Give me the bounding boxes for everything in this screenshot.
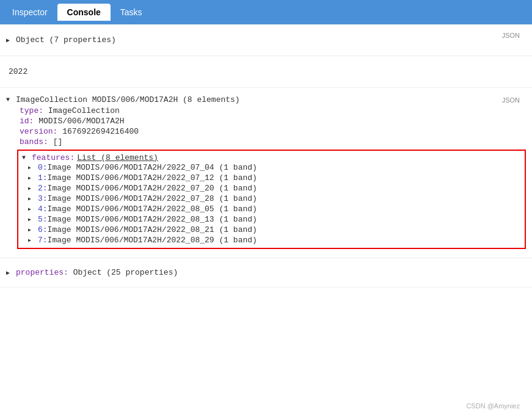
- feature-item-0: 0: Image MODIS/006/MOD17A2H/2022_07_04 (…: [22, 162, 521, 173]
- tab-tasks[interactable]: Tasks: [111, 4, 152, 21]
- object-row: Object (7 properties): [0, 31, 532, 49]
- expand-item-0-icon[interactable]: [28, 165, 35, 170]
- prop-id-val: MODIS/006/MOD17A2H: [38, 117, 124, 126]
- feature-item-6: 6: Image MODIS/006/MOD17A2H/2022_08_21 (…: [22, 225, 521, 235]
- feature-val-7: Image MODIS/006/MOD17A2H/2022_08_29 (1 b…: [48, 236, 257, 245]
- expand-item-5-icon[interactable]: [28, 217, 35, 222]
- feature-item-3: 3: Image MODIS/006/MOD17A2H/2022_07_28 (…: [22, 193, 521, 204]
- feature-item-2: 2: Image MODIS/006/MOD17A2H/2022_07_20 (…: [22, 183, 521, 193]
- props-key-label: properties:: [16, 268, 68, 277]
- feature-index-6[interactable]: 6:: [38, 225, 48, 234]
- feature-val-4: Image MODIS/006/MOD17A2H/2022_08_05 (1 b…: [48, 204, 257, 214]
- section-year: 2022: [0, 56, 532, 88]
- prop-bands: bands: []: [20, 137, 532, 147]
- prop-bands-val: []: [53, 137, 63, 146]
- expand-item-4-icon[interactable]: [28, 206, 35, 212]
- feature-val-5: Image MODIS/006/MOD17A2H/2022_08_13 (1 b…: [48, 215, 257, 224]
- feature-val-2: Image MODIS/006/MOD17A2H/2022_07_20 (1 b…: [48, 184, 257, 193]
- collapse-ic-icon[interactable]: [6, 96, 13, 103]
- props-label: properties: Object (25 properties): [16, 268, 178, 277]
- feature-item-5: 5: Image MODIS/006/MOD17A2H/2022_08_13 (…: [22, 214, 521, 225]
- feature-index-1[interactable]: 1:: [38, 173, 48, 183]
- props-row: properties: Object (25 properties): [0, 264, 532, 281]
- feature-item-4: 4: Image MODIS/006/MOD17A2H/2022_08_05 (…: [22, 204, 521, 214]
- expand-item-6-icon[interactable]: [28, 227, 35, 233]
- expand-props-icon[interactable]: [6, 269, 13, 276]
- section-properties: properties: Object (25 properties): [0, 258, 532, 287]
- features-box: features: List (8 elements) 0: Image MOD…: [17, 150, 526, 249]
- collapse-features-icon[interactable]: [22, 154, 29, 161]
- feature-item-1: 1: Image MODIS/006/MOD17A2H/2022_07_12 (…: [22, 173, 521, 183]
- feature-index-5[interactable]: 5:: [38, 215, 48, 224]
- feature-index-0[interactable]: 0:: [38, 163, 48, 172]
- ic-properties: type: ImageCollection id: MODIS/006/MOD1…: [0, 106, 532, 147]
- ic-header: ImageCollection MODIS/006/MOD17A2H (8 el…: [0, 94, 532, 106]
- features-key-label: features:: [32, 153, 75, 162]
- feature-val-6: Image MODIS/006/MOD17A2H/2022_08_21 (1 b…: [48, 225, 257, 234]
- section-imagecollection: ImageCollection MODIS/006/MOD17A2H (8 el…: [0, 88, 532, 258]
- feature-index-4[interactable]: 4:: [38, 204, 48, 214]
- prop-id: id: MODIS/006/MOD17A2H: [20, 116, 532, 126]
- tab-bar: Inspector Console Tasks: [0, 0, 532, 24]
- prop-version-val: 1676922694216400: [62, 127, 139, 136]
- feature-val-1: Image MODIS/006/MOD17A2H/2022_07_12 (1 b…: [48, 173, 257, 183]
- prop-version-key: version:: [20, 127, 57, 136]
- feature-index-7[interactable]: 7:: [38, 236, 48, 245]
- feature-item-7: 7: Image MODIS/006/MOD17A2H/2022_08_29 (…: [22, 235, 521, 245]
- list-label: List (8 elements): [77, 153, 158, 162]
- prop-type-key: type:: [20, 106, 43, 115]
- feature-val-3: Image MODIS/006/MOD17A2H/2022_07_28 (1 b…: [48, 194, 257, 203]
- tab-console[interactable]: Console: [57, 4, 111, 21]
- feature-index-3[interactable]: 3:: [38, 194, 48, 203]
- object-label: Object (7 properties): [16, 35, 116, 45]
- prop-type: type: ImageCollection: [20, 106, 532, 116]
- json-badge-1[interactable]: JSON: [502, 32, 520, 39]
- expand-object-icon[interactable]: [6, 37, 13, 44]
- year-value: 2022: [0, 62, 532, 81]
- watermark: CSDN @Amyniez: [466, 402, 520, 410]
- prop-version: version: 1676922694216400: [20, 126, 532, 137]
- expand-item-3-icon[interactable]: [28, 196, 35, 201]
- expand-item-2-icon[interactable]: [28, 186, 35, 191]
- props-val-label: Object (25 properties): [73, 268, 178, 277]
- ic-label: ImageCollection MODIS/006/MOD17A2H (8 el…: [16, 95, 240, 104]
- json-badge-2[interactable]: JSON: [502, 96, 520, 104]
- prop-bands-key: bands:: [20, 137, 48, 146]
- expand-item-1-icon[interactable]: [28, 175, 35, 181]
- section-object: Object (7 properties) JSON: [0, 24, 532, 56]
- features-header: features: List (8 elements): [22, 153, 521, 162]
- feature-val-0: Image MODIS/006/MOD17A2H/2022_07_04 (1 b…: [48, 163, 257, 172]
- prop-id-key: id:: [20, 117, 34, 126]
- expand-item-7-icon[interactable]: [28, 237, 35, 243]
- feature-index-2[interactable]: 2:: [38, 184, 48, 193]
- prop-type-val: ImageCollection: [48, 106, 120, 115]
- content-area: Object (7 properties) JSON 2022 ImageCol…: [0, 24, 532, 412]
- tab-inspector[interactable]: Inspector: [2, 4, 57, 21]
